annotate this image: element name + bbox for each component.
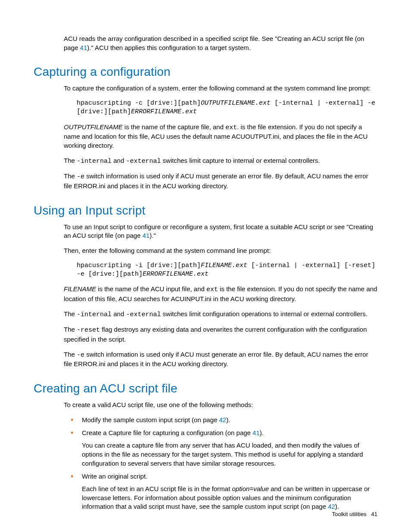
paragraph: The -e switch information is used only i… [64, 350, 377, 369]
code-inline: -external [126, 158, 161, 165]
heading-capturing-configuration: Capturing a configuration [34, 65, 377, 79]
code-inline: -e [77, 173, 84, 180]
paragraph: To use an Input script to configure or r… [64, 223, 377, 240]
text: The [64, 351, 77, 358]
page-link-42[interactable]: 42 [328, 503, 335, 510]
list-item-sub: Each line of text in an ACU script file … [82, 485, 377, 511]
page-link-41[interactable]: 41 [80, 44, 87, 51]
code-inline: ext [206, 286, 218, 293]
text-italic: option=value [232, 485, 269, 492]
text: )." ACU then applies this configuration … [87, 44, 251, 51]
heading-using-input-script: Using an Input script [34, 204, 377, 218]
paragraph: Then, enter the following command at the… [64, 246, 377, 255]
text: The [64, 157, 77, 164]
heading-creating-acu-script: Creating an ACU script file [34, 382, 377, 395]
text: is the name of the ACU input file, and [96, 285, 206, 292]
text: switch information is used only if ACU m… [64, 351, 368, 368]
text: ). [226, 416, 230, 423]
list-item: Create a Capture file for capturing a co… [64, 429, 377, 468]
text: Modify the sample custom input script (o… [82, 416, 219, 423]
text-italic: OUTPUTFILENAME [64, 123, 123, 131]
code-param: ERRORFILENAME.ext [143, 271, 209, 278]
paragraph: The -internal and -external switches lim… [64, 156, 377, 166]
bullet-list: Modify the sample custom input script (o… [64, 416, 377, 511]
list-item-sub: You can create a capture file from any s… [82, 441, 377, 468]
text: ). [260, 429, 264, 436]
code-inline: -external [126, 311, 161, 318]
paragraph: The -reset flag destroys any existing da… [64, 325, 377, 344]
code-block: hpacuscripting -c [drive:][path]OUTPUTFI… [77, 99, 377, 117]
paragraph: FILENAME is the name of the ACU input fi… [64, 285, 377, 303]
text: switch information is used only if ACU m… [64, 172, 368, 190]
code-text: hpacuscripting -c [drive:][path] [77, 100, 201, 107]
code-inline: -internal [77, 311, 112, 318]
paragraph: The -internal and -external switches lim… [64, 310, 377, 320]
text: switches limit configuration operations … [161, 310, 367, 317]
code-inline: -e [77, 352, 84, 359]
text: Create a Capture file for capturing a co… [82, 429, 252, 436]
intro-block: ACU reads the array configuration descri… [64, 34, 377, 52]
footer-label: Toolkit utilities [332, 511, 366, 517]
footer-page-number: 41 [371, 511, 377, 517]
text-italic: FILENAME [64, 285, 96, 292]
page-link-42[interactable]: 42 [219, 416, 227, 423]
code-inline: -reset [77, 327, 100, 334]
paragraph: OUTPUTFILENAME is the name of the captur… [64, 123, 377, 150]
section1-body: To capture the configuration of a system… [64, 84, 377, 190]
text: )." [149, 232, 156, 239]
text: switches limit capture to internal or ex… [161, 157, 320, 164]
page: ACU reads the array configuration descri… [0, 0, 411, 532]
code-block: hpacuscripting -i [drive:][path]FILENAME… [77, 261, 377, 279]
section2-body: To use an Input script to configure or r… [64, 223, 377, 369]
intro-paragraph: ACU reads the array configuration descri… [64, 34, 377, 52]
page-footer: Toolkit utilities 41 [332, 511, 377, 517]
code-inline: -internal [77, 158, 112, 165]
paragraph: To create a valid ACU script file, use o… [64, 401, 377, 410]
section3-body: To create a valid ACU script file, use o… [64, 401, 377, 511]
text: ). [335, 503, 339, 510]
text: Write an original script. [82, 473, 147, 480]
text: The [64, 310, 77, 317]
list-item: Write an original script. Each line of t… [64, 472, 377, 511]
text: is the name of the capture file, and [123, 123, 225, 131]
code-param: ERRORFILENAME.ext [131, 108, 197, 115]
page-link-41[interactable]: 41 [252, 429, 260, 436]
text: To use an Input script to configure or r… [64, 223, 373, 240]
code-param: OUTPUTFILENAME.ext [201, 100, 271, 107]
page-link-41[interactable]: 41 [143, 232, 150, 239]
paragraph: The -e switch information is used only i… [64, 172, 377, 190]
text: Each line of text in an ACU script file … [82, 485, 232, 492]
text: and [112, 310, 126, 317]
code-text: hpacuscripting -i [drive:][path] [77, 262, 201, 269]
paragraph: To capture the configuration of a system… [64, 84, 377, 93]
list-item: Modify the sample custom input script (o… [64, 416, 377, 425]
code-inline: ext [225, 124, 237, 131]
code-param: FILENAME.ext [201, 262, 247, 269]
text: and [112, 157, 126, 164]
text: The [64, 172, 77, 180]
text: flag destroys any existing data and over… [64, 326, 367, 343]
text: The [64, 326, 77, 333]
